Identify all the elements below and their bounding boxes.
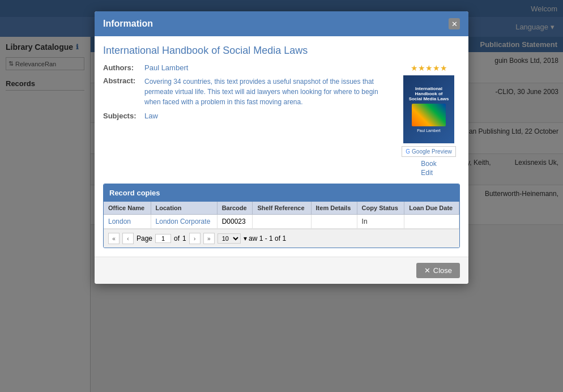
google-preview-label: Google Preview bbox=[412, 148, 452, 155]
item-details-cell bbox=[311, 215, 357, 229]
close-icon: ✕ bbox=[424, 266, 430, 275]
subjects-label: Subjects: bbox=[103, 112, 140, 120]
book-link[interactable]: Book bbox=[421, 160, 436, 168]
rows-info: ▾ aw 1 - 1 of 1 bbox=[244, 235, 286, 242]
close-label: Close bbox=[433, 266, 452, 275]
office-name-cell: London bbox=[104, 215, 151, 229]
location-link[interactable]: London Corporate bbox=[156, 218, 211, 225]
abstract-row: Abstract: Covering 34 countries, this te… bbox=[103, 76, 389, 107]
book-links: Book Edit bbox=[421, 160, 436, 177]
google-preview-button[interactable]: G Google Preview bbox=[402, 146, 455, 157]
last-page-button[interactable]: » bbox=[203, 233, 215, 244]
total-pages: 1 bbox=[182, 235, 186, 242]
col-shelf-reference: Shelf Reference bbox=[253, 202, 311, 215]
prev-page-button[interactable]: ‹ bbox=[122, 233, 134, 244]
modal-header: Information ✕ bbox=[95, 11, 468, 36]
close-button[interactable]: ✕ Close bbox=[416, 263, 460, 278]
cover-title-text: International Handbook ofSocial Media La… bbox=[406, 86, 451, 101]
location-cell: London Corporate bbox=[151, 215, 217, 229]
book-details: Authors: Paul Lambert Abstract: Covering… bbox=[103, 63, 389, 177]
col-loan-due-date: Loan Due Date bbox=[404, 202, 459, 215]
of-label: of bbox=[174, 235, 180, 242]
modal-footer: ✕ Close bbox=[95, 257, 468, 284]
record-copies-header: Record copies bbox=[104, 184, 459, 202]
cover-graphic bbox=[412, 104, 446, 126]
copies-table-row: London London Corporate D00023 In bbox=[104, 215, 459, 229]
book-cover-image: International Handbook ofSocial Media La… bbox=[403, 75, 454, 143]
col-office-name: Office Name bbox=[104, 202, 151, 215]
record-copies-section: Record copies Office Name Location Barco… bbox=[103, 184, 460, 248]
office-name-link[interactable]: London bbox=[108, 218, 131, 225]
copies-table: Office Name Location Barcode Shelf Refer… bbox=[104, 202, 459, 229]
authors-row: Authors: Paul Lambert bbox=[103, 63, 389, 72]
abstract-text: Covering 34 countries, this text provide… bbox=[144, 76, 389, 107]
col-copy-status: Copy Status bbox=[357, 202, 404, 215]
copy-status-cell: In bbox=[357, 215, 404, 229]
next-page-button[interactable]: › bbox=[189, 233, 201, 244]
page-number-input[interactable] bbox=[155, 234, 171, 243]
shelf-reference-cell bbox=[253, 215, 311, 229]
pagination-bar: « ‹ Page of 1 › » 10 ▾ aw 1 - 1 of 1 bbox=[104, 229, 459, 248]
col-barcode: Barcode bbox=[217, 202, 253, 215]
authors-label: Authors: bbox=[103, 63, 140, 72]
first-page-button[interactable]: « bbox=[108, 233, 120, 244]
copies-table-header-row: Office Name Location Barcode Shelf Refer… bbox=[104, 202, 459, 215]
author-link[interactable]: Paul Lambert bbox=[144, 63, 188, 72]
modal-close-button[interactable]: ✕ bbox=[449, 18, 460, 29]
google-icon: G bbox=[406, 148, 410, 155]
modal-title-text: Information bbox=[103, 19, 153, 29]
col-item-details: Item Details bbox=[311, 202, 357, 215]
subject-link[interactable]: Law bbox=[144, 112, 158, 120]
book-info-area: Authors: Paul Lambert Abstract: Covering… bbox=[103, 63, 460, 177]
star-rating: ★★★★★ bbox=[411, 63, 447, 73]
edit-link[interactable]: Edit bbox=[421, 169, 433, 177]
book-title: International Handbook of Social Media L… bbox=[103, 45, 460, 57]
status-in-text: In bbox=[362, 218, 368, 225]
col-location: Location bbox=[151, 202, 217, 215]
per-page-select[interactable]: 10 bbox=[217, 233, 241, 244]
page-label: Page bbox=[137, 235, 152, 242]
book-cover-area: ★★★★★ International Handbook ofSocial Me… bbox=[398, 63, 460, 177]
modal-body: International Handbook of Social Media L… bbox=[95, 36, 468, 257]
abstract-label: Abstract: bbox=[103, 76, 140, 85]
subjects-row: Subjects: Law bbox=[103, 112, 389, 120]
modal-overlay: Information ✕ International Handbook of … bbox=[0, 0, 563, 392]
information-modal: Information ✕ International Handbook of … bbox=[95, 11, 468, 284]
loan-due-date-cell bbox=[404, 215, 459, 229]
barcode-cell: D00023 bbox=[217, 215, 253, 229]
cover-author-text: Paul Lambert bbox=[406, 129, 451, 133]
